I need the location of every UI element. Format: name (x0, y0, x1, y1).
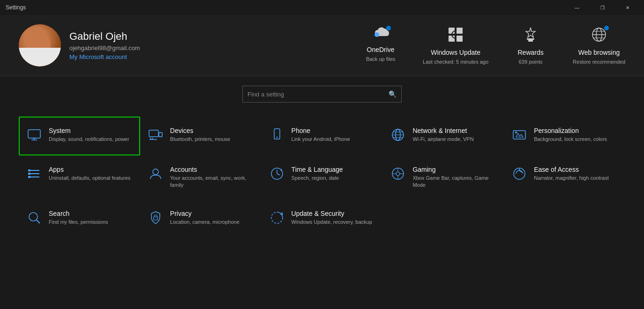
search-input[interactable] (247, 91, 389, 98)
onedrive-title: OneDrive (367, 46, 395, 53)
search-box: 🔍 (242, 86, 402, 103)
web-browsing-icon (591, 27, 607, 46)
network-desc: Wi-Fi, airplane mode, VPN (412, 136, 473, 143)
svg-rect-4 (457, 36, 463, 42)
svg-rect-1 (449, 28, 455, 34)
minimize-button[interactable]: — (566, 0, 588, 15)
settings-item-ease[interactable]: Ease of Access Narrator, magnifier, high… (504, 155, 625, 199)
accounts-desc: Your accounts, email, sync, work, family (170, 175, 253, 189)
personalization-text: Personalization Background, lock screen,… (534, 127, 607, 143)
microsoft-account-link[interactable]: My Microsoft account (69, 53, 140, 60)
gaming-text: Gaming Xbox Game Bar, captures, Game Mod… (412, 166, 495, 189)
time-text: Time & Language Speech, region, date (292, 166, 343, 182)
system-title: System (49, 127, 129, 134)
header-widgets: OneDrive Back up files Windows Update La… (357, 27, 625, 65)
personalization-title: Personalization (534, 127, 607, 134)
devices-text: Devices Bluetooth, printers, mouse (170, 127, 230, 143)
devices-icon (149, 128, 163, 145)
web-browsing-title: Web browsing (578, 49, 620, 56)
time-desc: Speech, region, date (292, 175, 343, 182)
window-controls: — ❐ ✕ (566, 0, 638, 15)
rewards-icon (522, 27, 539, 46)
onedrive-subtitle: Back up files (366, 56, 395, 62)
close-button[interactable]: ✕ (617, 0, 638, 15)
system-text: System Display, sound, notifications, po… (49, 127, 129, 143)
network-title: Network & Internet (412, 127, 473, 134)
update-security-icon (270, 211, 284, 228)
widget-onedrive[interactable]: OneDrive Back up files (357, 27, 404, 65)
svg-rect-16 (149, 130, 158, 137)
profile-section: Gabriel Ojeh ojehgabriel98@gmail.com My … (19, 24, 140, 66)
windows-update-subtitle: Last checked: 5 minutes ago (423, 59, 488, 65)
rewards-subtitle: 639 points (519, 59, 543, 65)
title-bar: Settings — ❐ ✕ (0, 0, 644, 15)
apps-text: Apps Uninstall, defaults, optional featu… (49, 166, 130, 182)
profile-name: Gabriel Ojeh (69, 30, 140, 43)
svg-rect-28 (513, 131, 525, 139)
rewards-title: Rewards (517, 49, 543, 56)
settings-item-apps[interactable]: Apps Uninstall, defaults, optional featu… (19, 155, 140, 199)
search-desc: Find my files, permissions (49, 219, 108, 226)
profile-info: Gabriel Ojeh ojehgabriel98@gmail.com My … (69, 30, 140, 60)
time-icon (270, 167, 284, 184)
ease-title: Ease of Access (534, 166, 609, 173)
accounts-icon (149, 167, 163, 184)
privacy-icon (149, 211, 163, 228)
settings-item-devices[interactable]: Devices Bluetooth, printers, mouse (140, 117, 262, 155)
svg-point-36 (153, 169, 158, 175)
settings-item-privacy[interactable]: Privacy Location, camera, microphone (140, 199, 262, 238)
settings-item-network[interactable]: Network & Internet Wi-Fi, airplane mode,… (382, 117, 504, 155)
app-title: Settings (6, 4, 26, 11)
network-text: Network & Internet Wi-Fi, airplane mode,… (412, 127, 473, 143)
search-title: Search (49, 210, 108, 217)
gaming-title: Gaming (412, 166, 495, 173)
update-security-text: Update & Security Windows Update, recove… (292, 210, 372, 226)
svg-rect-2 (457, 28, 463, 34)
svg-point-49 (29, 213, 37, 221)
widget-windows-update[interactable]: Windows Update Last checked: 5 minutes a… (423, 27, 488, 65)
settings-item-search[interactable]: Search Find my files, permissions (19, 199, 140, 238)
settings-grid: System Display, sound, notifications, po… (0, 112, 644, 243)
update-security-title: Update & Security (292, 210, 372, 217)
svg-rect-33 (28, 169, 30, 171)
search-text: Search Find my files, permissions (49, 210, 108, 226)
web-browsing-subtitle: Restore recommended (573, 59, 625, 65)
onedrive-icon (372, 27, 389, 43)
ease-icon (512, 167, 526, 184)
gaming-icon (391, 167, 405, 184)
search-section: 🔍 (0, 76, 644, 112)
settings-item-personalization[interactable]: Personalization Background, lock screen,… (504, 117, 625, 155)
svg-rect-34 (28, 173, 30, 175)
apps-icon (27, 167, 41, 184)
svg-rect-35 (28, 176, 30, 178)
avatar-image (19, 24, 61, 66)
maximize-button[interactable]: ❐ (592, 0, 613, 15)
search-button[interactable]: 🔍 (389, 90, 397, 98)
ease-desc: Narrator, magnifier, high contrast (534, 175, 609, 182)
avatar (19, 24, 61, 66)
svg-rect-6 (528, 40, 533, 42)
phone-icon (270, 128, 284, 145)
phone-text: Phone Link your Android, iPhone (292, 127, 350, 143)
svg-rect-5 (527, 38, 534, 40)
widget-rewards[interactable]: Rewards 639 points (507, 27, 554, 65)
settings-item-accounts[interactable]: Accounts Your accounts, email, sync, wor… (140, 155, 262, 199)
apps-title: Apps (49, 166, 130, 173)
settings-item-phone[interactable]: Phone Link your Android, iPhone (262, 117, 383, 155)
svg-point-41 (396, 172, 400, 176)
svg-rect-3 (449, 36, 455, 42)
settings-item-gaming[interactable]: Gaming Xbox Game Bar, captures, Game Mod… (382, 155, 504, 199)
accounts-text: Accounts Your accounts, email, sync, wor… (170, 166, 253, 189)
widget-web-browsing[interactable]: Web browsing Restore recommended (573, 27, 625, 65)
settings-item-time[interactable]: Time & Language Speech, region, date (262, 155, 383, 199)
settings-item-system[interactable]: System Display, sound, notifications, po… (19, 117, 140, 155)
privacy-desc: Location, camera, microphone (170, 219, 240, 226)
settings-item-update-security[interactable]: Update & Security Windows Update, recove… (262, 199, 383, 238)
time-title: Time & Language (292, 166, 343, 173)
privacy-text: Privacy Location, camera, microphone (170, 210, 240, 226)
windows-update-title: Windows Update (431, 49, 480, 56)
apps-desc: Uninstall, defaults, optional features (49, 175, 130, 182)
svg-rect-51 (154, 217, 157, 220)
svg-rect-12 (28, 130, 40, 138)
system-desc: Display, sound, notifications, power (49, 136, 129, 143)
